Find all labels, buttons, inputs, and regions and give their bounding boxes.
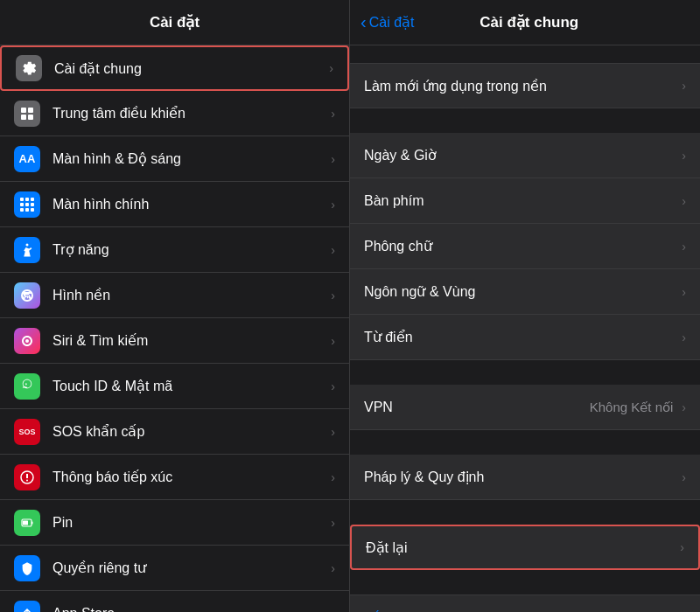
settings-item-quyen-rieng-tu[interactable]: Quyền riêng tư›	[0, 546, 349, 591]
man-hinh-chinh-label: Màn hình chính	[52, 197, 327, 212]
back-label: Cài đặt	[369, 14, 415, 31]
svg-rect-12	[31, 208, 34, 212]
tu-dien-chevron-icon: ›	[682, 330, 686, 344]
right-item-ngay-gio[interactable]: Ngày & Giờ›	[350, 133, 700, 178]
svg-point-14	[25, 339, 29, 343]
right-item-dat-lai[interactable]: Đặt lại›	[350, 525, 700, 570]
man-hinh-chinh-chevron-icon: ›	[331, 198, 335, 212]
svg-point-13	[26, 243, 29, 246]
right-item-ngon-ngu-vung[interactable]: Ngôn ngữ & Vùng›	[350, 269, 700, 315]
phong-chu-label: Phông chữ	[364, 238, 678, 254]
man-hinh-do-sang-label: Màn hình & Độ sáng	[52, 150, 327, 167]
settings-item-touch-id-mat-ma[interactable]: Touch ID & Mật mã›	[0, 364, 349, 409]
pin-icon	[14, 510, 40, 536]
svg-rect-20	[32, 521, 33, 524]
svg-rect-0	[21, 108, 26, 113]
settings-item-pin[interactable]: Pin›	[0, 500, 349, 546]
settings-item-cai-dat-chung[interactable]: Cài đặt chung›	[0, 45, 349, 91]
back-button[interactable]: ‹ Cài đặt	[360, 12, 414, 32]
gap-tat-may	[350, 570, 700, 595]
lam-moi-ung-dung-label: Làm mới ứng dụng trong nền	[364, 78, 678, 94]
svg-rect-9	[31, 203, 34, 206]
left-title: Cài đặt	[150, 13, 200, 31]
right-item-phap-ly[interactable]: Pháp lý & Quy định›	[350, 455, 700, 500]
phap-ly-label: Pháp lý & Quy định	[364, 469, 678, 485]
quyen-rieng-tu-chevron-icon: ›	[331, 561, 335, 575]
ngay-gio-label: Ngày & Giờ	[364, 147, 678, 163]
quyen-rieng-tu-label: Quyền riêng tư	[52, 560, 327, 576]
dat-lai-label: Đặt lại	[366, 539, 676, 556]
svg-rect-11	[25, 208, 29, 212]
settings-item-man-hinh-do-sang[interactable]: AAMàn hình & Độ sáng›	[0, 136, 349, 182]
svg-rect-8	[25, 203, 29, 206]
settings-item-thong-bao-tiep-xuc[interactable]: Thông báo tiếp xúc›	[0, 455, 349, 500]
svg-rect-2	[21, 115, 26, 120]
left-panel: Cài đặt Cài đặt chung›Trung tâm điều khi…	[0, 0, 350, 612]
touch-id-mat-ma-chevron-icon: ›	[331, 379, 335, 393]
right-panel: ‹ Cài đặt Cài đặt chung Làm mới ứng dụng…	[350, 0, 700, 612]
svg-rect-1	[28, 108, 33, 113]
right-item-lam-moi-ung-dung[interactable]: Làm mới ứng dụng trong nền›	[350, 63, 700, 108]
siri-tim-kiem-label: Siri & Tìm kiếm	[52, 332, 327, 349]
right-item-vpn[interactable]: VPNKhông Kết nối›	[350, 385, 700, 430]
touch-id-mat-ma-label: Touch ID & Mật mã	[52, 378, 327, 394]
right-item-tu-dien[interactable]: Từ điển›	[350, 315, 700, 360]
tro-nang-label: Trợ năng	[52, 241, 327, 258]
hinh-nen-icon	[14, 282, 40, 309]
thong-bao-tiep-xuc-chevron-icon: ›	[331, 470, 335, 484]
svg-rect-19	[23, 520, 28, 525]
svg-rect-3	[28, 115, 33, 120]
right-title: Cài đặt chung	[421, 13, 637, 31]
section-gap-3	[350, 500, 700, 525]
pin-chevron-icon: ›	[331, 516, 335, 530]
svg-rect-4	[20, 198, 24, 201]
right-item-ban-phim[interactable]: Bàn phím›	[350, 178, 700, 224]
cai-dat-chung-label: Cài đặt chung	[54, 60, 326, 77]
right-settings-list: Làm mới ứng dụng trong nền›Ngày & Giờ›Bà…	[350, 45, 700, 612]
settings-item-man-hinh-chinh[interactable]: Màn hình chính›	[0, 182, 349, 227]
right-item-phong-chu[interactable]: Phông chữ›	[350, 224, 700, 269]
quyen-rieng-tu-icon	[14, 555, 40, 581]
svg-rect-6	[31, 198, 34, 201]
touch-id-mat-ma-icon	[14, 373, 40, 400]
settings-item-trung-tam-dieu-khien[interactable]: Trung tâm điều khiển›	[0, 91, 349, 136]
sos-khan-cap-icon: SOS	[14, 419, 40, 445]
vpn-value: Không Kết nối	[590, 400, 674, 415]
settings-item-app-store[interactable]: App Store›	[0, 591, 349, 612]
settings-list: Cài đặt chung›Trung tâm điều khiển›AAMàn…	[0, 45, 349, 612]
man-hinh-chinh-icon	[14, 191, 40, 218]
phong-chu-chevron-icon: ›	[682, 240, 686, 254]
section-gap-1	[350, 360, 700, 385]
pin-label: Pin	[52, 515, 327, 531]
ban-phim-chevron-icon: ›	[682, 194, 686, 208]
app-store-chevron-icon: ›	[331, 607, 335, 613]
section-gap-0	[350, 108, 700, 133]
svg-rect-10	[20, 208, 24, 212]
sos-khan-cap-chevron-icon: ›	[331, 425, 335, 439]
back-chevron-icon: ‹	[360, 12, 367, 32]
vpn-chevron-icon: ›	[682, 400, 686, 414]
siri-tim-kiem-chevron-icon: ›	[331, 334, 335, 348]
app-store-icon	[14, 601, 40, 613]
tat-may-button[interactable]: Tắt máy	[350, 595, 700, 612]
hinh-nen-chevron-icon: ›	[331, 289, 335, 303]
settings-item-tro-nang[interactable]: Trợ năng›	[0, 227, 349, 273]
tu-dien-label: Từ điển	[364, 329, 678, 345]
ngay-gio-chevron-icon: ›	[682, 149, 686, 163]
tro-nang-icon	[14, 237, 40, 263]
app-store-label: App Store	[52, 606, 327, 613]
trung-tam-dieu-khien-chevron-icon: ›	[331, 107, 335, 121]
settings-item-sos-khan-cap[interactable]: SOSSOS khẩn cấp›	[0, 409, 349, 455]
hinh-nen-label: Hình nền	[52, 287, 327, 303]
settings-item-hinh-nen[interactable]: Hình nền›	[0, 273, 349, 318]
right-header: ‹ Cài đặt Cài đặt chung	[350, 0, 700, 45]
trung-tam-dieu-khien-label: Trung tâm điều khiển	[52, 105, 327, 122]
trung-tam-dieu-khien-icon	[14, 101, 40, 127]
tro-nang-chevron-icon: ›	[331, 243, 335, 257]
cai-dat-chung-icon	[16, 55, 42, 81]
thong-bao-tiep-xuc-icon	[14, 464, 40, 490]
settings-item-siri-tim-kiem[interactable]: Siri & Tìm kiếm›	[0, 318, 349, 364]
left-header: Cài đặt	[0, 0, 349, 45]
cai-dat-chung-chevron-icon: ›	[329, 61, 333, 75]
lam-moi-ung-dung-chevron-icon: ›	[682, 79, 686, 93]
